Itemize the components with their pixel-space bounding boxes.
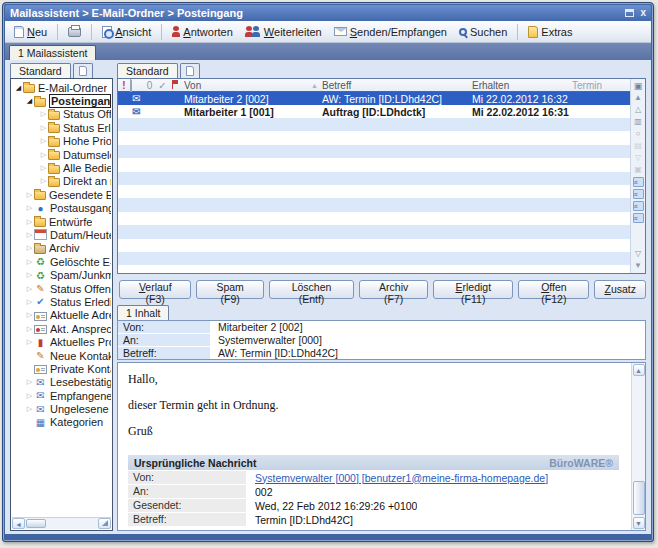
scrollbar-thumb[interactable]: [633, 481, 645, 515]
columns-icon[interactable]: ▥: [634, 116, 642, 128]
reply-button[interactable]: Antworten: [167, 23, 238, 41]
collapsed-arrow-icon[interactable]: ▷: [39, 164, 48, 172]
restore-icon[interactable]: [625, 9, 634, 17]
tree-item-geloeschte[interactable]: ▷♻Gelöschte E-Mails: [12, 255, 111, 268]
body-scrollbar[interactable]: ▲ ▼: [631, 363, 645, 530]
list-view-icon[interactable]: ≡: [633, 189, 644, 199]
tree-item-datumselektion[interactable]: ▷Datumselektion: [12, 148, 111, 161]
tree-item-postausgang[interactable]: ▷●Postausgang: [12, 202, 111, 215]
sidebar-horizontal-scrollbar[interactable]: ◂: [12, 517, 111, 529]
scrollbar-thumb[interactable]: [26, 519, 46, 528]
tree-item-ungelesene-mails[interactable]: ▷✉Ungelesene Mails: [12, 402, 111, 415]
collapsed-arrow-icon[interactable]: ▷: [39, 124, 48, 132]
tree-item-email-ordner[interactable]: ◢E-Mail-Ordner: [12, 81, 111, 94]
tree-item-datum-heute[interactable]: ▷Datum/Heute: [12, 228, 111, 241]
view-button[interactable]: Ansicht: [97, 23, 156, 41]
list-new-tab[interactable]: [180, 63, 200, 78]
scroll-down-icon[interactable]: ▼: [633, 517, 645, 529]
collapsed-arrow-icon[interactable]: ▷: [25, 378, 34, 386]
panel-resize-icon[interactable]: [98, 518, 111, 529]
expanded-arrow-icon[interactable]: ◢: [25, 97, 34, 105]
tree-item-status-erledigt[interactable]: ▷Status Erledigt: [12, 121, 111, 134]
collapsed-arrow-icon[interactable]: ▷: [25, 231, 34, 239]
tree-item-kategorien[interactable]: ▦Kategorien: [12, 416, 111, 429]
tree-item-aktuelles-projekt[interactable]: ▷▮Aktuelles Projekt: [12, 335, 111, 348]
tree-item-spam[interactable]: ▷♻Spam/Junkmails: [12, 268, 111, 281]
scroll-to-bottom-icon[interactable]: ▼: [634, 260, 642, 272]
loeschen-button[interactable]: Löschen (Entf): [269, 280, 354, 299]
collapsed-arrow-icon[interactable]: ▷: [25, 204, 34, 212]
betreff-column-header[interactable]: Betreff: [322, 80, 472, 91]
collapsed-arrow-icon[interactable]: ▷: [25, 271, 34, 279]
flag-column-header[interactable]: [169, 80, 184, 91]
tree-item-empfangene-mails[interactable]: ▷✉Empfangene Mails: [12, 389, 111, 402]
print-button[interactable]: [63, 23, 86, 41]
scroll-down-icon[interactable]: ▽: [635, 248, 641, 260]
collapsed-arrow-icon[interactable]: ▷: [25, 392, 34, 400]
list-view-icon[interactable]: ≡: [633, 201, 644, 211]
tab-inhalt[interactable]: 1 Inhalt: [117, 305, 169, 320]
tree-item-aktuelle-adresse[interactable]: ▷Aktuelle Adresse: [12, 309, 111, 322]
scroll-left-icon[interactable]: ◂: [12, 518, 25, 529]
collapsed-arrow-icon[interactable]: ▷: [25, 405, 34, 413]
tree-item-entwuerfe[interactable]: ▷Entwürfe: [12, 215, 111, 228]
tree-item-ansprechpartner[interactable]: ▷Akt. Ansprechpartn.: [12, 322, 111, 335]
erledigt-button[interactable]: Erledigt (F11): [433, 280, 513, 299]
collapsed-arrow-icon[interactable]: ▷: [39, 151, 48, 159]
tree-item-status-offen[interactable]: ▷Status Offen: [12, 108, 111, 121]
close-icon[interactable]: x: [640, 8, 646, 18]
tree-item-private-kontakte[interactable]: Private Kontakte: [12, 362, 111, 375]
tree-item-archiv[interactable]: ▷Archiv: [12, 242, 111, 255]
von-column-header[interactable]: Von▲: [184, 80, 322, 91]
collapsed-arrow-icon[interactable]: ▷: [25, 338, 34, 346]
tree-item-direkt-an-mich[interactable]: ▷Direkt an mich: [12, 175, 111, 188]
tree-item-alle-bediener[interactable]: ▷Alle Bediener: [12, 161, 111, 174]
document-column-header[interactable]: [130, 80, 143, 91]
expanded-arrow-icon[interactable]: ◢: [14, 84, 23, 92]
priority-column-header[interactable]: !: [118, 80, 130, 91]
scroll-up-icon[interactable]: ▲: [633, 364, 645, 376]
sender-email-link[interactable]: Systemverwalter [000] [benutzer1@meine-f…: [246, 472, 548, 484]
tree-item-neue-kontakte[interactable]: ✎Neue Kontakte: [12, 349, 111, 362]
collapsed-arrow-icon[interactable]: ▷: [39, 137, 48, 145]
scroll-up-icon[interactable]: △: [635, 104, 641, 116]
collapsed-arrow-icon[interactable]: ▷: [25, 325, 34, 333]
tree-item-posteingang[interactable]: ◢Posteingang: [12, 94, 111, 107]
collapsed-arrow-icon[interactable]: ▷: [25, 285, 34, 293]
list-tab-standard[interactable]: Standard: [117, 63, 178, 78]
sidebar-tab-standard[interactable]: Standard: [10, 63, 71, 78]
collapsed-arrow-icon[interactable]: ▷: [39, 177, 48, 185]
scroll-to-top-icon[interactable]: ▲: [634, 92, 642, 104]
termin-column-header[interactable]: Termin: [572, 80, 630, 91]
mail-row-unread[interactable]: ✉ Mitarbeiter 1 [001] Auftrag [ID:LDhdct…: [118, 105, 630, 118]
sidebar-new-tab[interactable]: [73, 63, 93, 78]
collapsed-arrow-icon[interactable]: ▷: [25, 258, 34, 266]
mail-row-selected[interactable]: ✉ Mitarbeiter 2 [002] AW: Termin [ID:LDh…: [118, 92, 630, 105]
tab-mailassistent[interactable]: 1 Mailassistent: [9, 45, 96, 60]
done-column-header[interactable]: ✓: [156, 80, 169, 91]
column-chooser-icon[interactable]: ▣: [634, 80, 643, 92]
collapsed-arrow-icon[interactable]: ▷: [25, 191, 34, 199]
archiv-button[interactable]: Archiv (F7): [359, 280, 428, 299]
list-view-icon[interactable]: ≡: [633, 177, 644, 187]
attachment-column-header[interactable]: 0: [143, 80, 156, 91]
tree-item-gesendete[interactable]: ▷Gesendete E-Mails: [12, 188, 111, 201]
collapsed-arrow-icon[interactable]: ▷: [25, 218, 34, 226]
zusatz-button[interactable]: Zusatz: [594, 280, 646, 299]
offen-button[interactable]: Offen (F12): [518, 280, 589, 299]
list-header[interactable]: ! 0 ✓ Von▲ Betreff Erhalten Termin: [118, 79, 630, 92]
collapsed-arrow-icon[interactable]: ▷: [39, 110, 48, 118]
tree-item-lesebestaetigungen[interactable]: ▷✉Lesebestätigungen: [12, 376, 111, 389]
forward-button[interactable]: Weiterleiten: [240, 23, 327, 41]
magnifier-icon[interactable]: ○: [636, 128, 641, 140]
search-button[interactable]: Suchen: [454, 23, 512, 41]
tree-item-status-erledigt-2[interactable]: ▷✔Status Erledigt: [12, 295, 111, 308]
collapsed-arrow-icon[interactable]: ▷: [25, 311, 34, 319]
tree-item-hohe-prioritaet[interactable]: ▷Hohe Priorität: [12, 135, 111, 148]
send-receive-button[interactable]: Senden/Empfangen: [329, 23, 452, 41]
list-view-icon[interactable]: ≡: [633, 213, 644, 223]
extras-button[interactable]: Extras: [523, 23, 577, 41]
spam-button[interactable]: Spam (F9): [196, 280, 263, 299]
new-button[interactable]: Neu: [9, 23, 52, 41]
erhalten-column-header[interactable]: Erhalten: [472, 80, 572, 91]
